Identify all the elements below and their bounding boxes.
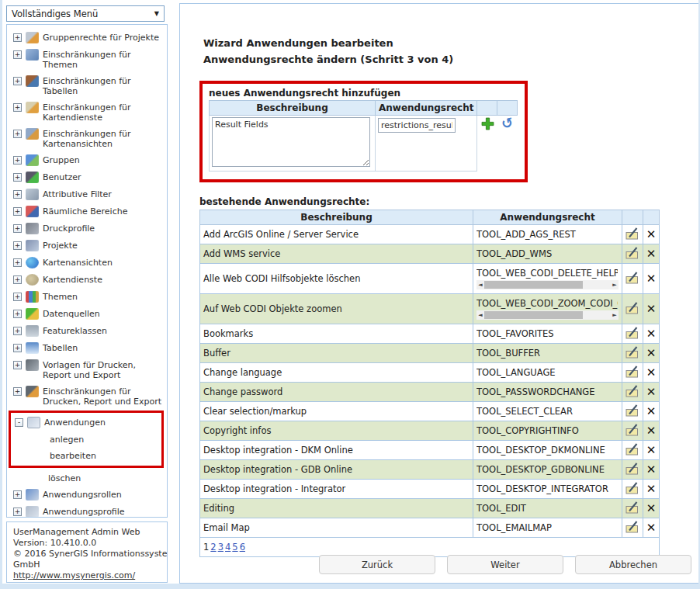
page-link[interactable]: 3 xyxy=(218,542,224,553)
tree-subitem[interactable]: löschen xyxy=(12,469,165,486)
expand-plus-icon[interactable]: + xyxy=(13,258,22,267)
scrollbar-thumb[interactable] xyxy=(484,311,583,319)
tree-subitem[interactable]: bearbeiten xyxy=(13,447,161,463)
expand-plus-icon[interactable]: + xyxy=(13,508,22,516)
expand-plus-icon[interactable]: + xyxy=(13,310,22,318)
tree-item[interactable]: + Einschränkungen für Drucken, Report un… xyxy=(12,383,165,409)
tree-item[interactable]: + Featureklassen xyxy=(12,322,165,339)
edit-icon[interactable] xyxy=(625,481,639,497)
edit-icon[interactable] xyxy=(625,423,639,439)
tree-item[interactable]: + Räumliche Bereiche xyxy=(12,203,165,220)
tree-item[interactable]: + Attributive Filter xyxy=(12,185,165,203)
beschreibung-input[interactable]: Result Fields xyxy=(212,117,370,167)
expand-plus-icon[interactable]: + xyxy=(13,224,22,233)
tree-item[interactable]: + Gruppen xyxy=(12,151,165,168)
tree-item[interactable]: + Druckprofile xyxy=(12,220,165,237)
expand-plus-icon[interactable]: + xyxy=(13,241,22,250)
delete-icon[interactable]: ✕ xyxy=(646,424,657,438)
tree-item[interactable]: + Tabellen xyxy=(12,339,165,356)
expand-plus-icon[interactable]: + xyxy=(13,275,22,284)
edit-icon[interactable] xyxy=(625,384,639,400)
delete-icon[interactable]: ✕ xyxy=(646,482,657,496)
edit-icon[interactable] xyxy=(625,501,639,517)
delete-icon[interactable]: ✕ xyxy=(646,385,657,399)
cancel-button[interactable]: Abbrechen xyxy=(575,555,691,574)
tree-item[interactable]: + Kartendienste xyxy=(12,271,165,288)
delete-icon[interactable]: ✕ xyxy=(646,227,657,241)
tree-subitem[interactable]: anlegen xyxy=(13,431,161,447)
tree-item[interactable]: + Themen xyxy=(12,288,165,305)
expand-plus-icon[interactable]: + xyxy=(13,387,22,396)
page-link[interactable]: 6 xyxy=(240,542,245,553)
edit-icon[interactable] xyxy=(625,246,639,262)
expand-plus-icon[interactable]: + xyxy=(13,130,22,138)
edit-icon[interactable] xyxy=(625,520,639,536)
scrollbar-thumb[interactable] xyxy=(484,281,583,289)
edit-icon[interactable] xyxy=(625,326,639,342)
expand-plus-icon[interactable]: + xyxy=(13,77,22,85)
tree-item[interactable]: + Anwendungsprofile xyxy=(12,503,165,518)
collapse-minus-icon[interactable]: - xyxy=(15,418,23,427)
delete-icon[interactable]: ✕ xyxy=(646,346,657,360)
scroll-right-icon[interactable]: ► xyxy=(611,280,619,289)
expand-plus-icon[interactable]: + xyxy=(13,293,22,301)
expand-plus-icon[interactable]: + xyxy=(13,490,22,499)
scroll-right-icon[interactable]: ► xyxy=(611,310,619,320)
tree-item[interactable]: + Einschränkungen für Tabellen xyxy=(12,72,165,99)
edit-icon[interactable] xyxy=(625,301,639,317)
next-button[interactable]: Weiter xyxy=(447,555,563,574)
expand-plus-icon[interactable]: + xyxy=(13,344,22,352)
delete-icon[interactable]: ✕ xyxy=(646,443,657,457)
tree-item[interactable]: + Gruppenrechte für Projekte xyxy=(12,29,165,46)
expand-plus-icon[interactable]: + xyxy=(13,327,22,335)
scrollbar-track[interactable] xyxy=(484,311,611,319)
tree-item[interactable]: + Einschränkungen für Kartendienste xyxy=(12,99,165,125)
delete-icon[interactable]: ✕ xyxy=(646,366,657,379)
expand-plus-icon[interactable]: + xyxy=(13,50,22,59)
tree-item[interactable]: + Benutzer xyxy=(12,168,165,185)
edit-icon[interactable] xyxy=(625,227,639,243)
delete-icon[interactable]: ✕ xyxy=(646,247,657,261)
tree-item-anwendungen[interactable]: - Anwendungen xyxy=(13,414,161,431)
page-link[interactable]: 4 xyxy=(225,542,230,553)
horizontal-scrollbar[interactable]: ◄ ► xyxy=(476,280,619,289)
delete-icon[interactable]: ✕ xyxy=(646,404,657,418)
delete-icon[interactable]: ✕ xyxy=(646,272,657,286)
page-link[interactable]: 2 xyxy=(210,542,216,553)
expand-plus-icon[interactable]: + xyxy=(13,190,22,199)
scrollbar-track[interactable] xyxy=(484,281,611,289)
edit-icon[interactable] xyxy=(625,462,639,478)
tree-item[interactable]: + Kartenansichten xyxy=(12,254,165,271)
tree-item[interactable]: + Einschränkungen für Kartenansichten xyxy=(12,125,165,151)
tree-item[interactable]: + Vorlagen für Drucken, Report und Expor… xyxy=(12,356,165,383)
expand-plus-icon[interactable]: + xyxy=(13,361,22,369)
delete-icon[interactable]: ✕ xyxy=(646,302,657,316)
expand-plus-icon[interactable]: + xyxy=(13,33,22,42)
edit-icon[interactable] xyxy=(625,442,639,459)
delete-icon[interactable]: ✕ xyxy=(646,501,657,515)
expand-plus-icon[interactable]: + xyxy=(13,103,22,112)
tree-item[interactable]: + Einschränkungen für Themen xyxy=(12,46,165,72)
edit-icon[interactable] xyxy=(625,365,639,381)
tree-item[interactable]: + Datenquellen xyxy=(12,305,165,322)
delete-icon[interactable]: ✕ xyxy=(646,327,657,341)
anwendungsrecht-input[interactable] xyxy=(378,118,456,133)
edit-icon[interactable] xyxy=(625,345,639,362)
add-icon[interactable] xyxy=(481,117,494,133)
delete-icon[interactable]: ✕ xyxy=(646,463,657,476)
undo-icon[interactable]: ↺ xyxy=(501,116,515,130)
page-link[interactable]: 5 xyxy=(232,542,237,553)
expand-plus-icon[interactable]: + xyxy=(13,156,22,165)
menu-select[interactable]: Vollständiges Menü ▼ xyxy=(6,5,165,22)
tree-item[interactable]: + Projekte xyxy=(12,237,165,254)
edit-icon[interactable] xyxy=(625,271,639,287)
synergis-link[interactable]: http://www.mysynergis.com/ xyxy=(13,570,135,580)
edit-icon[interactable] xyxy=(625,404,639,420)
expand-plus-icon[interactable]: + xyxy=(13,173,22,182)
tree-item[interactable]: + Anwendungsrollen xyxy=(12,486,165,503)
back-button[interactable]: Zurück xyxy=(319,555,435,574)
delete-icon[interactable]: ✕ xyxy=(646,521,657,535)
scroll-left-icon[interactable]: ◄ xyxy=(476,280,484,289)
horizontal-scrollbar[interactable]: ◄ ► xyxy=(476,310,619,320)
expand-plus-icon[interactable]: + xyxy=(13,207,22,216)
